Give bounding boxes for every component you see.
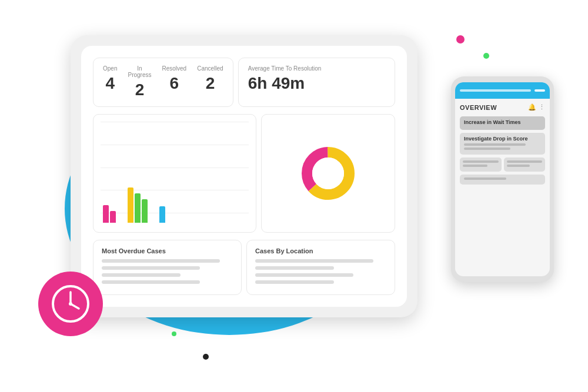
bottom-row: Most Overdue Cases Cases By Location: [93, 240, 395, 295]
overview-header: OVERVIEW 🔔 ⋮: [460, 103, 545, 111]
overdue-line: [102, 280, 200, 284]
donut-chart: [299, 144, 358, 203]
overdue-line: [102, 266, 200, 270]
card2-title: Investigate Drop in Score: [464, 136, 541, 142]
bar-group-1: [103, 205, 116, 223]
dot-pink: [456, 35, 465, 43]
bar-yellow-1: [128, 187, 133, 223]
card2-line: [464, 148, 510, 150]
location-line: [255, 259, 373, 263]
overdue-title: Most Overdue Cases: [102, 247, 233, 254]
stats-row: Open 4 In Progress 2 Resolved 6 Cancelle…: [93, 58, 395, 107]
bar-chart-area: [101, 122, 249, 225]
phone-small-card-1[interactable]: [460, 158, 502, 172]
stat-resolved: Resolved 6: [162, 65, 186, 99]
bar-green-1: [135, 193, 141, 223]
stats-box-avg: Average Time To Resolution 6h 49m: [238, 58, 395, 107]
donut-chart-box: [261, 114, 395, 233]
bar-blue-1: [159, 206, 165, 223]
small-card-line: [463, 165, 487, 167]
card3-line: [464, 177, 506, 180]
phone-card-3[interactable]: [460, 175, 545, 185]
phone-small-cards: [460, 158, 545, 172]
phone-content: OVERVIEW 🔔 ⋮ Increase in Wait Times Inve…: [455, 99, 550, 276]
dot-green-1: [483, 53, 489, 59]
clock-circle: [38, 272, 103, 336]
stat-items: Open 4 In Progress 2 Resolved 6 Cancelle…: [103, 65, 223, 99]
dot-green-2: [172, 331, 176, 336]
resolved-value: 6: [170, 74, 179, 92]
phone-header-dot: [534, 89, 545, 92]
bar-chart-lines: [101, 122, 249, 213]
location-title: Cases By Location: [255, 247, 386, 254]
open-value: 4: [105, 74, 115, 92]
resolved-label: Resolved: [162, 65, 186, 72]
stat-inprogress: In Progress 2: [128, 65, 151, 99]
stat-open: Open 4: [103, 65, 117, 99]
bar-line: [101, 122, 249, 122]
location-box: Cases By Location: [246, 240, 395, 295]
card1-title: Increase in Wait Times: [464, 119, 541, 125]
tablet-screen: Open 4 In Progress 2 Resolved 6 Cancelle…: [81, 46, 407, 307]
inprogress-label: In Progress: [128, 65, 151, 78]
overview-icons: 🔔 ⋮: [528, 103, 545, 111]
phone-screen: OVERVIEW 🔔 ⋮ Increase in Wait Times Inve…: [455, 82, 550, 276]
avg-value: 6h 49m: [248, 74, 385, 93]
card2-line: [464, 143, 526, 146]
bar-green-2: [142, 199, 148, 223]
dot-dark: [203, 354, 209, 360]
bar-line: [101, 190, 249, 190]
small-card-line: [463, 160, 499, 163]
phone-header-line: [460, 89, 531, 92]
inprogress-value: 2: [135, 81, 145, 99]
bar-group-3: [159, 206, 165, 223]
overdue-line: [102, 259, 220, 263]
location-line: [255, 266, 334, 270]
overdue-box: Most Overdue Cases: [93, 240, 242, 295]
cancelled-label: Cancelled: [197, 65, 223, 72]
menu-icon[interactable]: ⋮: [539, 103, 545, 111]
phone-card-2[interactable]: Investigate Drop in Score: [460, 133, 545, 155]
cancelled-value: 2: [206, 74, 215, 92]
phone-card-1[interactable]: Increase in Wait Times: [460, 116, 545, 130]
avg-label: Average Time To Resolution: [248, 65, 385, 72]
small-card-line: [507, 165, 530, 167]
bar-pink-2: [110, 211, 116, 223]
small-card-line: [507, 160, 543, 163]
bar-line: [101, 213, 249, 213]
svg-point-2: [312, 158, 344, 189]
clock-icon: [51, 284, 91, 324]
bell-icon[interactable]: 🔔: [528, 103, 536, 111]
bar-group-2: [128, 187, 148, 223]
phone-header: [455, 82, 550, 99]
open-label: Open: [103, 65, 117, 72]
overview-title: OVERVIEW: [460, 104, 497, 111]
charts-row: [93, 114, 395, 233]
stats-box-left: Open 4 In Progress 2 Resolved 6 Cancelle…: [93, 58, 233, 107]
bar-line: [101, 145, 249, 145]
phone-device: OVERVIEW 🔔 ⋮ Increase in Wait Times Inve…: [451, 76, 554, 282]
bar-pink-1: [103, 205, 109, 223]
bar-line: [101, 167, 249, 168]
overdue-line: [102, 273, 181, 277]
phone-small-card-2[interactable]: [504, 158, 546, 172]
location-line: [255, 273, 353, 277]
svg-point-6: [69, 302, 72, 306]
location-line: [255, 280, 334, 284]
bar-chart-box: [93, 114, 256, 233]
tablet-device: Open 4 In Progress 2 Resolved 6 Cancelle…: [71, 35, 417, 317]
stat-cancelled: Cancelled 2: [197, 65, 223, 99]
